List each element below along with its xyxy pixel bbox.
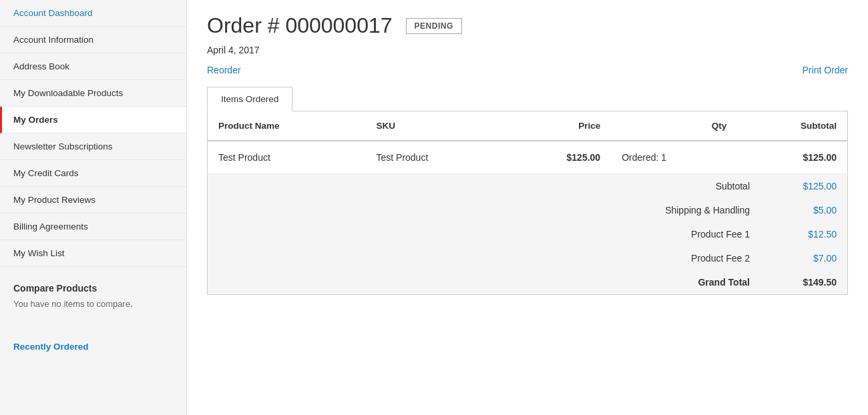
sidebar-link-account-information[interactable]: Account Information bbox=[0, 27, 186, 53]
sidebar-item-newsletter-subscriptions: Newsletter Subscriptions bbox=[0, 133, 186, 160]
reorder-link[interactable]: Reorder bbox=[207, 65, 241, 75]
order-actions: Reorder Print Order bbox=[207, 65, 848, 75]
sidebar-link-billing-agreements[interactable]: Billing Agreements bbox=[0, 214, 186, 240]
sidebar-nav: Account DashboardAccount InformationAddr… bbox=[0, 0, 186, 267]
sidebar-item-my-product-reviews: My Product Reviews bbox=[0, 187, 186, 214]
compare-products-title: Compare Products bbox=[13, 283, 173, 294]
col-header-sku: SKU bbox=[365, 111, 505, 141]
totals-label-product-fee-2: Product Fee 2 bbox=[636, 253, 770, 264]
totals-label-product-fee-1: Product Fee 1 bbox=[636, 229, 770, 240]
col-header-subtotal: Subtotal bbox=[737, 111, 847, 141]
totals-label-grand-total: Grand Total bbox=[636, 277, 770, 288]
totals-value-shipping: $5.00 bbox=[770, 205, 837, 216]
totals-row-grand-total: Grand Total$149.50 bbox=[208, 270, 847, 294]
order-totals: Subtotal$125.00Shipping & Handling$5.00P… bbox=[207, 174, 848, 295]
order-header: Order # 000000017 PENDING bbox=[207, 13, 848, 38]
print-order-link[interactable]: Print Order bbox=[803, 65, 848, 75]
sidebar-link-my-orders[interactable]: My Orders bbox=[2, 107, 186, 133]
sidebar-item-billing-agreements: Billing Agreements bbox=[0, 214, 186, 240]
sidebar-item-my-wish-list: My Wish List bbox=[0, 240, 186, 267]
totals-row-shipping: Shipping & Handling$5.00 bbox=[208, 198, 847, 222]
sidebar-item-account-information: Account Information bbox=[0, 27, 186, 53]
table-cell-4: $125.00 bbox=[737, 141, 847, 174]
col-header-qty: Qty bbox=[611, 111, 737, 141]
order-title: Order # 000000017 bbox=[207, 13, 393, 38]
col-header-product-name: Product Name bbox=[208, 111, 366, 141]
sidebar-item-address-book: Address Book bbox=[0, 53, 186, 80]
main-content: Order # 000000017 PENDING April 4, 2017 … bbox=[187, 0, 868, 415]
compare-products-section: Compare Products You have no items to co… bbox=[0, 267, 186, 325]
compare-products-text: You have no items to compare. bbox=[13, 299, 173, 309]
sidebar-link-my-downloadable-products[interactable]: My Downloadable Products bbox=[0, 80, 186, 106]
order-tabs: Items Ordered bbox=[207, 86, 848, 111]
tab-items-ordered[interactable]: Items Ordered bbox=[207, 87, 292, 111]
sidebar-link-my-wish-list[interactable]: My Wish List bbox=[0, 240, 186, 266]
totals-label-subtotal: Subtotal bbox=[636, 181, 770, 191]
order-status-badge: PENDING bbox=[406, 18, 462, 34]
col-header-price: Price bbox=[505, 111, 611, 141]
totals-value-product-fee-2: $7.00 bbox=[770, 253, 837, 264]
sidebar-link-address-book[interactable]: Address Book bbox=[0, 53, 186, 79]
table-cell-3: Ordered: 1 bbox=[611, 141, 737, 174]
sidebar-item-my-credit-cards: My Credit Cards bbox=[0, 160, 186, 187]
totals-row-product-fee-1: Product Fee 1$12.50 bbox=[208, 222, 847, 246]
table-row: Test ProductTest Product$125.00Ordered: … bbox=[208, 141, 848, 174]
totals-value-product-fee-1: $12.50 bbox=[770, 229, 837, 240]
totals-value-subtotal: $125.00 bbox=[770, 181, 837, 191]
order-date: April 4, 2017 bbox=[207, 45, 848, 55]
totals-row-subtotal: Subtotal$125.00 bbox=[208, 174, 847, 198]
sidebar-link-my-product-reviews[interactable]: My Product Reviews bbox=[0, 187, 186, 213]
table-cell-0: Test Product bbox=[208, 141, 366, 174]
order-items-table: Product NameSKUPriceQtySubtotal Test Pro… bbox=[207, 111, 848, 174]
recently-ordered-section: Recently Ordered bbox=[0, 325, 186, 357]
totals-row-product-fee-2: Product Fee 2$7.00 bbox=[208, 246, 847, 270]
sidebar-item-my-downloadable-products: My Downloadable Products bbox=[0, 80, 186, 107]
totals-label-shipping: Shipping & Handling bbox=[636, 205, 770, 216]
table-header-row: Product NameSKUPriceQtySubtotal bbox=[208, 111, 848, 141]
sidebar-link-my-credit-cards[interactable]: My Credit Cards bbox=[0, 160, 186, 186]
sidebar: Account DashboardAccount InformationAddr… bbox=[0, 0, 187, 415]
table-cell-2: $125.00 bbox=[505, 141, 611, 174]
sidebar-item-account-dashboard: Account Dashboard bbox=[0, 0, 186, 27]
sidebar-item-my-orders: My Orders bbox=[0, 107, 186, 133]
table-cell-1: Test Product bbox=[365, 141, 505, 174]
recently-ordered-link[interactable]: Recently Ordered bbox=[13, 342, 89, 352]
sidebar-link-account-dashboard[interactable]: Account Dashboard bbox=[0, 0, 186, 26]
totals-value-grand-total: $149.50 bbox=[770, 277, 837, 288]
sidebar-link-newsletter-subscriptions[interactable]: Newsletter Subscriptions bbox=[0, 133, 186, 159]
